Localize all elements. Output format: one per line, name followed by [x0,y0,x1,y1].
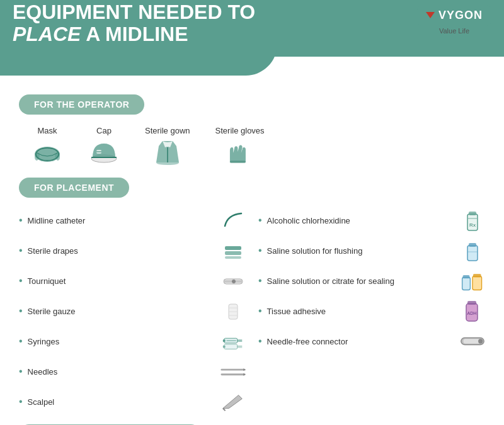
svg-rect-7 [229,161,245,163]
saline-flush-icon [460,238,485,263]
gauze-icon [220,298,246,324]
svg-rect-32 [468,218,477,219]
placement-grid: Midline catheter Sterile drapes [19,208,485,419]
svg-line-29 [223,408,226,411]
logo-tagline: Value Life [439,27,469,35]
svg-point-46 [478,339,483,343]
operator-item-gown: Sterile gown [145,126,190,166]
drapes-icon [220,238,246,263]
svg-rect-20 [238,339,243,342]
catheter-icon [220,208,246,233]
operator-item-gloves: Sterile gloves [215,126,265,166]
logo-area: VYGON Value Life [417,5,491,35]
svg-text:ADH: ADH [467,311,477,315]
svg-rect-22 [224,344,238,349]
operator-section: FOR THE OPERATOR Mask Cap [19,94,485,171]
placement-item-catheter: Midline catheter [19,208,246,233]
placement-item-drapes: Sterile drapes [19,238,246,263]
saline-seal-icon [460,268,485,293]
placement-item-adhesive: Tissue adhesive ADH [258,298,485,324]
svg-rect-34 [467,246,478,261]
cap-icon [88,138,120,166]
placement-item-chlorhexidine: Alcoholic chlorhexidine Rx [258,208,485,233]
svg-rect-24 [238,346,243,348]
adhesive-icon: ADH [460,298,485,324]
operator-items: Mask Cap [19,121,485,171]
operator-item-cap: Cap [88,126,120,166]
svg-point-13 [232,280,236,283]
header-title: EQUIPMENT NEEDED TO PLACE A MIDLINE [13,1,255,45]
gown-icon [152,138,183,166]
placement-item-saline-flush: Saline solution for flushing [258,238,485,263]
svg-rect-38 [463,275,470,278]
cap-label: Cap [96,126,112,135]
placement-item-scalpel: Scalpel [19,389,246,414]
gloves-icon [224,138,256,166]
placement-left-col: Midline catheter Sterile drapes [19,208,246,419]
svg-rect-23 [223,346,226,348]
main-content: FOR THE OPERATOR Mask Cap [0,69,504,425]
mask-icon [32,138,63,166]
operator-item-mask: Mask [32,126,63,166]
placement-right-col: Alcoholic chlorhexidine Rx Saline soluti… [258,208,485,419]
gown-label: Sterile gown [145,126,190,135]
svg-rect-19 [223,339,226,342]
placement-item-tourniquet: Tourniquet [19,268,246,293]
placement-section: FOR PLACEMENT Midline catheter Sterile d… [19,178,485,419]
placement-item-saline-seal: Saline solution or citrate for sealing [258,268,485,293]
connector-icon [460,329,485,354]
scalpel-icon [220,389,246,414]
svg-rect-40 [473,274,481,277]
svg-rect-42 [467,301,476,305]
operator-section-label: FOR THE OPERATOR [19,94,144,115]
placement-item-connector: Needle-free connector [258,329,485,354]
svg-rect-10 [225,256,241,259]
svg-rect-8 [225,246,241,250]
svg-rect-39 [472,276,482,290]
needles-icon [220,359,246,384]
tourniquet-icon [220,268,246,293]
svg-rect-37 [462,278,471,290]
svg-rect-9 [225,251,241,255]
placement-section-label: FOR PLACEMENT [19,178,129,198]
gloves-label: Sterile gloves [215,126,265,135]
svg-rect-31 [469,212,476,215]
placement-item-needles: Needles [19,359,246,384]
chlorhexidine-icon: Rx [460,208,485,233]
logo-text: VYGON [438,9,483,22]
placement-item-gauze: Sterile gauze [19,298,246,324]
syringes-icon [220,329,246,354]
svg-text:Rx: Rx [469,222,476,228]
placement-item-syringes: Syringes [19,329,246,354]
logo-box: VYGON [417,5,491,26]
svg-rect-45 [463,339,480,343]
svg-rect-35 [469,243,476,247]
mask-label: Mask [37,126,57,135]
logo-triangle-icon [426,12,435,18]
